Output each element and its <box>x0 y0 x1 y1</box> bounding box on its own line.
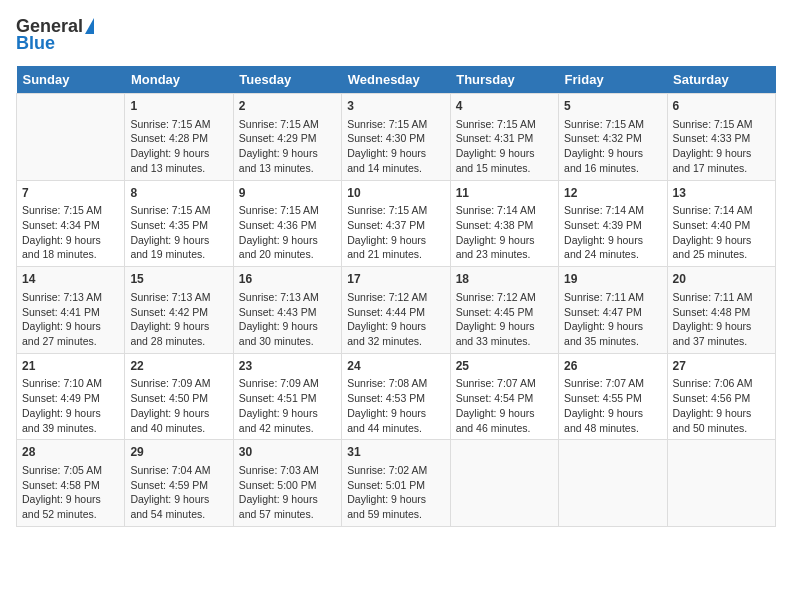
day-cell: 19Sunrise: 7:11 AMSunset: 4:47 PMDayligh… <box>559 267 667 354</box>
day-cell: 4Sunrise: 7:15 AMSunset: 4:31 PMDaylight… <box>450 94 558 181</box>
day-number: 5 <box>564 98 661 115</box>
day-number: 3 <box>347 98 444 115</box>
day-info: Sunrise: 7:15 AMSunset: 4:32 PMDaylight:… <box>564 117 661 176</box>
day-cell: 10Sunrise: 7:15 AMSunset: 4:37 PMDayligh… <box>342 180 450 267</box>
day-cell <box>17 94 125 181</box>
calendar-table: SundayMondayTuesdayWednesdayThursdayFrid… <box>16 66 776 527</box>
week-row-2: 7Sunrise: 7:15 AMSunset: 4:34 PMDaylight… <box>17 180 776 267</box>
day-cell: 29Sunrise: 7:04 AMSunset: 4:59 PMDayligh… <box>125 440 233 527</box>
day-number: 9 <box>239 185 336 202</box>
day-cell: 16Sunrise: 7:13 AMSunset: 4:43 PMDayligh… <box>233 267 341 354</box>
day-cell: 27Sunrise: 7:06 AMSunset: 4:56 PMDayligh… <box>667 353 775 440</box>
day-cell: 23Sunrise: 7:09 AMSunset: 4:51 PMDayligh… <box>233 353 341 440</box>
day-number: 14 <box>22 271 119 288</box>
logo-blue-text: Blue <box>16 33 55 54</box>
day-cell: 21Sunrise: 7:10 AMSunset: 4:49 PMDayligh… <box>17 353 125 440</box>
week-row-4: 21Sunrise: 7:10 AMSunset: 4:49 PMDayligh… <box>17 353 776 440</box>
day-info: Sunrise: 7:07 AMSunset: 4:54 PMDaylight:… <box>456 376 553 435</box>
day-info: Sunrise: 7:15 AMSunset: 4:28 PMDaylight:… <box>130 117 227 176</box>
day-number: 8 <box>130 185 227 202</box>
day-number: 20 <box>673 271 770 288</box>
day-cell: 12Sunrise: 7:14 AMSunset: 4:39 PMDayligh… <box>559 180 667 267</box>
day-cell: 5Sunrise: 7:15 AMSunset: 4:32 PMDaylight… <box>559 94 667 181</box>
col-header-friday: Friday <box>559 66 667 94</box>
logo-triangle-icon <box>85 18 94 34</box>
day-info: Sunrise: 7:06 AMSunset: 4:56 PMDaylight:… <box>673 376 770 435</box>
day-number: 6 <box>673 98 770 115</box>
day-cell: 13Sunrise: 7:14 AMSunset: 4:40 PMDayligh… <box>667 180 775 267</box>
day-cell: 31Sunrise: 7:02 AMSunset: 5:01 PMDayligh… <box>342 440 450 527</box>
day-info: Sunrise: 7:15 AMSunset: 4:29 PMDaylight:… <box>239 117 336 176</box>
day-cell: 8Sunrise: 7:15 AMSunset: 4:35 PMDaylight… <box>125 180 233 267</box>
day-number: 21 <box>22 358 119 375</box>
day-info: Sunrise: 7:12 AMSunset: 4:45 PMDaylight:… <box>456 290 553 349</box>
day-number: 10 <box>347 185 444 202</box>
day-number: 27 <box>673 358 770 375</box>
day-number: 23 <box>239 358 336 375</box>
day-number: 15 <box>130 271 227 288</box>
day-cell: 1Sunrise: 7:15 AMSunset: 4:28 PMDaylight… <box>125 94 233 181</box>
day-cell <box>450 440 558 527</box>
day-info: Sunrise: 7:12 AMSunset: 4:44 PMDaylight:… <box>347 290 444 349</box>
day-info: Sunrise: 7:05 AMSunset: 4:58 PMDaylight:… <box>22 463 119 522</box>
day-cell: 15Sunrise: 7:13 AMSunset: 4:42 PMDayligh… <box>125 267 233 354</box>
day-cell <box>667 440 775 527</box>
week-row-3: 14Sunrise: 7:13 AMSunset: 4:41 PMDayligh… <box>17 267 776 354</box>
day-cell: 14Sunrise: 7:13 AMSunset: 4:41 PMDayligh… <box>17 267 125 354</box>
day-number: 4 <box>456 98 553 115</box>
day-number: 16 <box>239 271 336 288</box>
day-number: 29 <box>130 444 227 461</box>
day-info: Sunrise: 7:14 AMSunset: 4:38 PMDaylight:… <box>456 203 553 262</box>
day-number: 28 <box>22 444 119 461</box>
day-cell <box>559 440 667 527</box>
day-cell: 6Sunrise: 7:15 AMSunset: 4:33 PMDaylight… <box>667 94 775 181</box>
day-info: Sunrise: 7:11 AMSunset: 4:48 PMDaylight:… <box>673 290 770 349</box>
day-number: 17 <box>347 271 444 288</box>
day-cell: 9Sunrise: 7:15 AMSunset: 4:36 PMDaylight… <box>233 180 341 267</box>
day-info: Sunrise: 7:11 AMSunset: 4:47 PMDaylight:… <box>564 290 661 349</box>
header: General Blue <box>16 16 776 54</box>
day-info: Sunrise: 7:08 AMSunset: 4:53 PMDaylight:… <box>347 376 444 435</box>
day-cell: 24Sunrise: 7:08 AMSunset: 4:53 PMDayligh… <box>342 353 450 440</box>
day-number: 7 <box>22 185 119 202</box>
day-info: Sunrise: 7:03 AMSunset: 5:00 PMDaylight:… <box>239 463 336 522</box>
col-header-monday: Monday <box>125 66 233 94</box>
day-number: 26 <box>564 358 661 375</box>
day-cell: 26Sunrise: 7:07 AMSunset: 4:55 PMDayligh… <box>559 353 667 440</box>
week-row-1: 1Sunrise: 7:15 AMSunset: 4:28 PMDaylight… <box>17 94 776 181</box>
day-info: Sunrise: 7:07 AMSunset: 4:55 PMDaylight:… <box>564 376 661 435</box>
col-header-thursday: Thursday <box>450 66 558 94</box>
day-number: 22 <box>130 358 227 375</box>
day-info: Sunrise: 7:15 AMSunset: 4:36 PMDaylight:… <box>239 203 336 262</box>
day-info: Sunrise: 7:10 AMSunset: 4:49 PMDaylight:… <box>22 376 119 435</box>
day-cell: 17Sunrise: 7:12 AMSunset: 4:44 PMDayligh… <box>342 267 450 354</box>
day-number: 30 <box>239 444 336 461</box>
day-info: Sunrise: 7:15 AMSunset: 4:33 PMDaylight:… <box>673 117 770 176</box>
day-info: Sunrise: 7:04 AMSunset: 4:59 PMDaylight:… <box>130 463 227 522</box>
day-info: Sunrise: 7:02 AMSunset: 5:01 PMDaylight:… <box>347 463 444 522</box>
day-number: 19 <box>564 271 661 288</box>
day-cell: 2Sunrise: 7:15 AMSunset: 4:29 PMDaylight… <box>233 94 341 181</box>
day-info: Sunrise: 7:13 AMSunset: 4:42 PMDaylight:… <box>130 290 227 349</box>
day-info: Sunrise: 7:14 AMSunset: 4:39 PMDaylight:… <box>564 203 661 262</box>
day-cell: 3Sunrise: 7:15 AMSunset: 4:30 PMDaylight… <box>342 94 450 181</box>
day-cell: 30Sunrise: 7:03 AMSunset: 5:00 PMDayligh… <box>233 440 341 527</box>
col-header-saturday: Saturday <box>667 66 775 94</box>
day-number: 13 <box>673 185 770 202</box>
day-cell: 7Sunrise: 7:15 AMSunset: 4:34 PMDaylight… <box>17 180 125 267</box>
day-info: Sunrise: 7:09 AMSunset: 4:50 PMDaylight:… <box>130 376 227 435</box>
day-cell: 22Sunrise: 7:09 AMSunset: 4:50 PMDayligh… <box>125 353 233 440</box>
col-header-sunday: Sunday <box>17 66 125 94</box>
day-number: 12 <box>564 185 661 202</box>
day-number: 2 <box>239 98 336 115</box>
day-number: 18 <box>456 271 553 288</box>
day-info: Sunrise: 7:14 AMSunset: 4:40 PMDaylight:… <box>673 203 770 262</box>
day-number: 11 <box>456 185 553 202</box>
day-info: Sunrise: 7:09 AMSunset: 4:51 PMDaylight:… <box>239 376 336 435</box>
col-header-tuesday: Tuesday <box>233 66 341 94</box>
day-info: Sunrise: 7:15 AMSunset: 4:37 PMDaylight:… <box>347 203 444 262</box>
day-cell: 11Sunrise: 7:14 AMSunset: 4:38 PMDayligh… <box>450 180 558 267</box>
day-info: Sunrise: 7:15 AMSunset: 4:35 PMDaylight:… <box>130 203 227 262</box>
day-number: 24 <box>347 358 444 375</box>
day-cell: 20Sunrise: 7:11 AMSunset: 4:48 PMDayligh… <box>667 267 775 354</box>
